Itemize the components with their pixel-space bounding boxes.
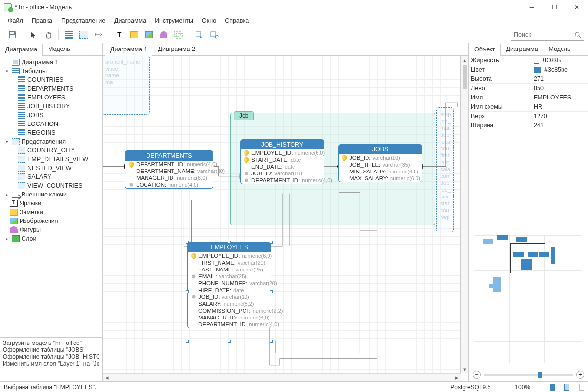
minimize-button[interactable]: ─ <box>520 0 543 15</box>
maximize-button[interactable]: ☐ <box>543 0 565 15</box>
property-grid[interactable]: ЖирностьЛОЖЬЦвет#3c85beВысота271Лево850И… <box>469 56 588 130</box>
property-row[interactable]: Верх1270 <box>469 112 588 121</box>
layout-mode-2[interactable] <box>564 384 569 391</box>
export-button[interactable] <box>208 28 220 41</box>
pan-tool[interactable] <box>42 28 54 41</box>
diagram-canvas[interactable]: artment_name vince name me empjob_mardep… <box>103 56 468 381</box>
entity-job-history[interactable]: JOB_HISTORYEMPLOYEE_ID: numeric(6,0)STAR… <box>240 139 324 184</box>
scroll-down-icon[interactable]: ▾ <box>461 366 469 373</box>
tree-view-item[interactable]: VIEW_COUNTRIES <box>0 181 102 190</box>
property-row[interactable]: Цвет#3c85be <box>469 65 588 74</box>
tree-view-item[interactable]: SALARY <box>0 172 102 181</box>
canvas-tab-2[interactable]: Диаграмма 2 <box>152 43 200 55</box>
menu-file[interactable]: Файл <box>4 16 27 25</box>
layer-tool[interactable] <box>172 28 185 41</box>
entity-column[interactable]: SALARY: numeric(8,2) <box>188 300 271 307</box>
vertical-scrollbar[interactable]: ▴ ▾ <box>461 56 468 373</box>
tree-table-item[interactable]: REGOINS <box>0 128 102 137</box>
menu-help[interactable]: Справка <box>221 16 253 25</box>
entity-column[interactable]: MANAGER_ID: numeric(6,0) <box>188 314 271 321</box>
menu-diagram[interactable]: Диаграмма <box>110 16 150 25</box>
chevron-down-icon[interactable]: ▾ <box>4 139 10 145</box>
entity-column[interactable]: EMPLOYEE_ID: numeric(6,0) <box>241 149 324 156</box>
chevron-right-icon[interactable]: ▸ <box>4 192 10 197</box>
entity-column[interactable]: DEPARTMENT_ID: numeric(4,0) <box>125 161 213 168</box>
tree-view-item[interactable]: COUNTRY_CITY <box>0 146 102 155</box>
zoom-out-button[interactable]: − <box>473 371 481 379</box>
import-button[interactable] <box>193 28 206 41</box>
tree-table-item[interactable]: DEPARTMENTS <box>0 84 102 93</box>
property-row[interactable]: ЖирностьЛОЖЬ <box>469 56 588 65</box>
tree-table-item[interactable]: EMPLOYEES <box>0 93 102 102</box>
tree-labels-group[interactable]: Ярлыки <box>0 199 102 208</box>
pointer-tool[interactable] <box>27 28 40 41</box>
tree-view-item[interactable]: EMP_DETAILS_VIEW <box>0 155 102 164</box>
object-tree[interactable]: Диаграмма 1 ▾ Таблицы COUNTRIESDEPARTMEN… <box>0 56 102 337</box>
ghost-entity-left[interactable]: artment_name vince name me <box>103 56 150 115</box>
left-tab-model[interactable]: Модель <box>43 43 75 55</box>
tree-diagram-root[interactable]: Диаграмма 1 <box>0 58 102 67</box>
tree-fk-group[interactable]: ▸ Внешние ключи <box>0 190 102 199</box>
search-box[interactable] <box>511 29 584 41</box>
entity-column[interactable]: JOB_TITLE: varchar(35) <box>339 161 422 168</box>
property-value[interactable]: 1270 <box>534 113 547 120</box>
entity-column[interactable]: MIN_SALARY: numeric(6,0) <box>339 168 422 175</box>
right-tab-object[interactable]: Объект <box>469 44 501 56</box>
entity-column[interactable]: HIRE_DATE: date <box>188 287 271 294</box>
entity-column[interactable]: FIRST_NAME: varchar(20) <box>188 259 271 266</box>
entity-column[interactable]: LAST_NAME: varchar(25) <box>188 266 271 273</box>
shape-tool[interactable] <box>157 28 170 41</box>
tree-layers-group[interactable]: ▸ Слои <box>0 234 102 243</box>
property-row[interactable]: Лево850 <box>469 84 588 93</box>
search-input[interactable] <box>514 31 574 38</box>
image-tool[interactable] <box>143 28 155 41</box>
tree-views-group[interactable]: ▾ Представления <box>0 137 102 146</box>
right-tab-diagram[interactable]: Диаграмма <box>501 43 543 55</box>
entity-employees[interactable]: EMPLOYEESEMPLOYEE_ID: numeric(6,0)FIRST_… <box>187 242 271 328</box>
ghost-entity-right[interactable]: empjob_mardeplocacoufirstlastsalacomdepj… <box>436 107 454 232</box>
layout-mode-1[interactable] <box>550 384 555 391</box>
note-tool[interactable] <box>128 28 141 41</box>
property-value[interactable]: EMPLOYEES <box>534 94 571 101</box>
chevron-down-icon[interactable]: ▾ <box>4 68 10 74</box>
relation-tool[interactable] <box>92 28 105 41</box>
horizontal-scrollbar[interactable]: ◂ ▸ <box>103 373 461 381</box>
entity-column[interactable]: DEPARTMENT_NAME: varchar(30) <box>125 168 213 174</box>
entity-column[interactable]: START_DATE: date <box>241 156 324 163</box>
table-tool[interactable] <box>63 28 75 41</box>
chevron-right-icon[interactable]: ▸ <box>4 236 10 242</box>
entity-column[interactable]: DEPARTMENT_ID: numeric(4,0) <box>188 321 271 328</box>
canvas-tab-1[interactable]: Диаграмма 1 <box>105 44 152 56</box>
menu-view[interactable]: Представление <box>57 16 109 25</box>
property-row[interactable]: Имя схемыHR <box>469 102 588 112</box>
tree-table-item[interactable]: JOB_HISTORY <box>0 102 102 111</box>
property-value[interactable]: 241 <box>534 122 544 129</box>
menu-window[interactable]: Окно <box>198 16 220 25</box>
entity-column[interactable]: LOCATION: numeric(4,0) <box>125 181 213 188</box>
right-tab-model[interactable]: Модель <box>543 43 576 55</box>
entity-column[interactable]: DEPARTMENT_ID: numeric(4,0) <box>241 177 324 184</box>
entity-column[interactable]: MAX_SALARY: numeric(6,0) <box>339 175 422 182</box>
property-row[interactable]: Высота271 <box>469 74 588 84</box>
text-tool[interactable]: T <box>113 28 126 41</box>
scroll-left-icon[interactable]: ◂ <box>103 374 111 382</box>
tree-table-item[interactable]: JOBS <box>0 111 102 120</box>
close-button[interactable]: ✕ <box>565 0 588 15</box>
layout-mode-3[interactable] <box>579 384 584 391</box>
menu-edit[interactable]: Правка <box>28 16 56 25</box>
scroll-up-icon[interactable]: ▴ <box>461 56 469 64</box>
property-value[interactable]: HR <box>534 103 542 110</box>
property-value[interactable]: 271 <box>534 75 544 82</box>
property-value[interactable]: 850 <box>534 85 544 92</box>
property-value[interactable]: ЛОЖЬ <box>534 57 561 64</box>
scroll-right-icon[interactable]: ▸ <box>453 374 461 382</box>
property-row[interactable]: ИмяEMPLOYEES <box>469 93 588 102</box>
left-tab-diagram[interactable]: Диаграмма <box>0 44 43 56</box>
property-value[interactable]: #3c85be <box>534 66 568 73</box>
entity-column[interactable]: PHONE_NUMBER: varchar(20) <box>188 280 271 287</box>
tree-table-item[interactable]: LOCATION <box>0 120 102 128</box>
entity-departments[interactable]: DEPARTMENTSDEPARTMENT_ID: numeric(4,0)DE… <box>125 150 213 189</box>
tree-images-group[interactable]: Изображения <box>0 217 102 225</box>
minimap[interactable] <box>469 230 588 368</box>
entity-column[interactable]: JOB_ID: varchar(10) <box>188 294 271 300</box>
